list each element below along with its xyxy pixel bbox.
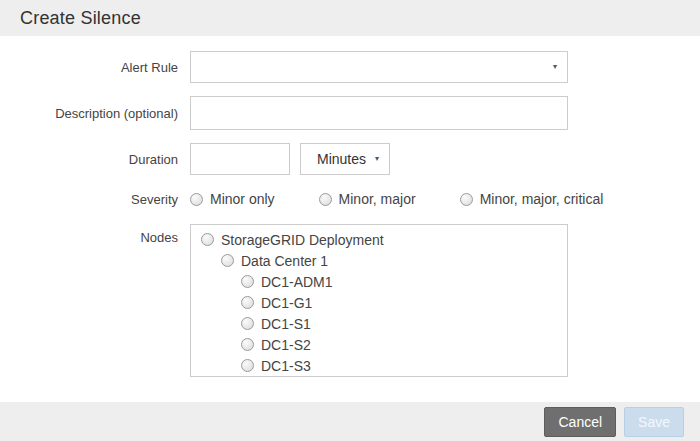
radio-icon xyxy=(201,233,214,246)
node-option-storagegrid-deployment[interactable]: StorageGRID Deployment xyxy=(191,229,567,250)
node-option-dc1-g1[interactable]: DC1-G1 xyxy=(191,292,567,313)
duration-unit-value: Minutes xyxy=(317,151,366,167)
node-label: DC1-ADM1 xyxy=(261,274,333,290)
nodes-tree: StorageGRID Deployment Data Center 1 DC1… xyxy=(190,224,568,377)
severity-radio-group: Minor only Minor, major Minor, major, cr… xyxy=(190,191,603,207)
radio-icon xyxy=(241,359,254,372)
cancel-button[interactable]: Cancel xyxy=(544,407,616,437)
node-option-dc1-adm1[interactable]: DC1-ADM1 xyxy=(191,271,567,292)
severity-option-minor-major-critical[interactable]: Minor, major, critical xyxy=(460,191,604,207)
save-button[interactable]: Save xyxy=(624,407,684,437)
node-label: DC1-S2 xyxy=(261,337,311,353)
duration-unit-select[interactable]: Minutes ▾ xyxy=(300,143,390,175)
severity-option-label: Minor, major xyxy=(339,191,416,207)
radio-icon xyxy=(241,275,254,288)
severity-row: Severity Minor only Minor, major Minor, … xyxy=(0,191,700,207)
node-label: DC1-G1 xyxy=(261,295,312,311)
radio-icon xyxy=(241,296,254,309)
node-option-dc1-s1[interactable]: DC1-S1 xyxy=(191,313,567,334)
alert-rule-label: Alert Rule xyxy=(0,60,178,75)
duration-label: Duration xyxy=(0,152,178,167)
dialog-title: Create Silence xyxy=(20,8,141,29)
severity-option-label: Minor, major, critical xyxy=(480,191,604,207)
radio-icon xyxy=(190,193,203,206)
radio-icon xyxy=(460,193,473,206)
dropdown-arrow-icon: ▾ xyxy=(553,63,557,71)
radio-icon xyxy=(241,338,254,351)
create-silence-dialog: Create Silence Alert Rule ▾ Description … xyxy=(0,0,700,441)
description-row: Description (optional) xyxy=(0,96,700,130)
duration-row: Duration Minutes ▾ xyxy=(0,143,700,175)
nodes-label: Nodes xyxy=(0,224,178,245)
radio-icon xyxy=(221,254,234,267)
node-label: DC1-S3 xyxy=(261,358,311,374)
dialog-footer: Cancel Save xyxy=(0,402,700,441)
node-option-dc1-s2[interactable]: DC1-S2 xyxy=(191,334,567,355)
node-label: DC1-S1 xyxy=(261,316,311,332)
node-option-data-center-1[interactable]: Data Center 1 xyxy=(191,250,567,271)
node-option-dc1-s3[interactable]: DC1-S3 xyxy=(191,355,567,376)
severity-label: Severity xyxy=(0,192,178,207)
radio-icon xyxy=(319,193,332,206)
dialog-header: Create Silence xyxy=(0,0,700,36)
dialog-body: Alert Rule ▾ Description (optional) Dura… xyxy=(0,36,700,377)
alert-rule-row: Alert Rule ▾ xyxy=(0,51,700,83)
node-label: Data Center 1 xyxy=(241,253,328,269)
description-label: Description (optional) xyxy=(0,106,178,121)
description-input[interactable] xyxy=(190,96,568,130)
radio-icon xyxy=(241,317,254,330)
nodes-row: Nodes StorageGRID Deployment Data Center… xyxy=(0,224,700,377)
duration-input[interactable] xyxy=(190,143,290,175)
dropdown-arrow-icon: ▾ xyxy=(375,155,379,163)
node-label: StorageGRID Deployment xyxy=(221,232,384,248)
severity-option-label: Minor only xyxy=(210,191,275,207)
severity-option-minor-major[interactable]: Minor, major xyxy=(319,191,416,207)
alert-rule-select[interactable]: ▾ xyxy=(190,51,568,83)
severity-option-minor-only[interactable]: Minor only xyxy=(190,191,275,207)
